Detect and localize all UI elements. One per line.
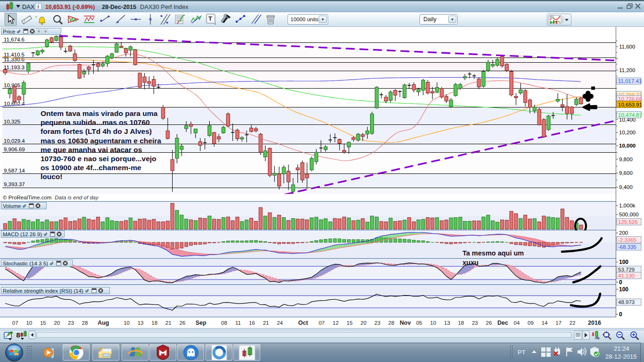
svg-text:53.729: 53.729 bbox=[618, 267, 635, 272]
svg-text:10,653.91 (-0.69%): 10,653.91 (-0.69%) bbox=[45, 4, 95, 10]
svg-text:9,400: 9,400 bbox=[619, 184, 633, 190]
svg-text:louco!: louco! bbox=[41, 173, 63, 181]
svg-text:Data is end of day: Data is end of day bbox=[55, 195, 99, 200]
svg-text:me que amanha vai atacar os: me que amanha vai atacar os bbox=[41, 146, 142, 154]
svg-text:11,200: 11,200 bbox=[619, 67, 635, 73]
svg-text:28-12-2015: 28-12-2015 bbox=[605, 353, 637, 360]
svg-text:Nov: Nov bbox=[400, 320, 411, 326]
svg-text:8: 8 bbox=[16, 332, 20, 340]
svg-text:11,674.6: 11,674.6 bbox=[4, 37, 25, 42]
svg-text:26: 26 bbox=[486, 320, 492, 326]
svg-text:10: 10 bbox=[26, 320, 32, 326]
svg-text:100: 100 bbox=[619, 259, 628, 265]
svg-text:07: 07 bbox=[12, 320, 18, 326]
svg-text:0: 0 bbox=[619, 311, 622, 318]
svg-text:Sep: Sep bbox=[196, 320, 206, 326]
svg-text:10,653.91: 10,653.91 bbox=[618, 102, 642, 107]
svg-text:28: 28 bbox=[82, 320, 88, 326]
svg-text:2016: 2016 bbox=[588, 320, 601, 326]
svg-text:DAX: DAX bbox=[22, 3, 35, 10]
svg-text:10: 10 bbox=[430, 320, 436, 326]
svg-text:pequena subida...mas os 10760: pequena subida...mas os 10760 bbox=[41, 118, 150, 126]
svg-text:12: 12 bbox=[333, 320, 339, 326]
svg-text:Dec: Dec bbox=[497, 320, 508, 326]
svg-text:Aug: Aug bbox=[98, 320, 109, 326]
svg-text:28-Dec-2015: 28-Dec-2015 bbox=[102, 4, 136, 10]
svg-text:16: 16 bbox=[249, 320, 255, 326]
svg-text:41.130: 41.130 bbox=[618, 273, 635, 279]
svg-text:13: 13 bbox=[138, 320, 144, 326]
svg-text:DAX30 Perf Index: DAX30 Perf Index bbox=[140, 3, 189, 10]
svg-text:os 10900 ate 4f...chamem-me: os 10900 ate 4f...chamem-me bbox=[41, 164, 141, 172]
svg-text:15: 15 bbox=[40, 320, 46, 326]
svg-text:9,587.14: 9,587.14 bbox=[4, 168, 25, 173]
svg-text:24: 24 bbox=[277, 320, 283, 326]
svg-text:foram fortes (LTd 4h do J Alve: foram fortes (LTd 4h do J Alves) bbox=[41, 127, 152, 135]
svg-text:11,600: 11,600 bbox=[619, 44, 635, 49]
svg-text:10,200: 10,200 bbox=[619, 130, 636, 135]
svg-text:10730-760 e nao sei porque...v: 10730-760 e nao sei porque...vejo bbox=[41, 155, 157, 163]
svg-text:04: 04 bbox=[514, 320, 520, 326]
svg-text:26: 26 bbox=[179, 320, 185, 326]
svg-text:21: 21 bbox=[165, 320, 172, 326]
svg-text:21:24: 21:24 bbox=[614, 345, 629, 352]
svg-text:23: 23 bbox=[68, 320, 74, 326]
svg-text:10,000: 10,000 bbox=[619, 143, 636, 148]
svg-text:22: 22 bbox=[570, 320, 576, 326]
svg-text:11: 11 bbox=[235, 320, 241, 326]
svg-text:15: 15 bbox=[347, 320, 353, 326]
svg-text:125,526: 125,526 bbox=[618, 219, 638, 225]
svg-text:07: 07 bbox=[319, 320, 325, 326]
svg-text:18: 18 bbox=[458, 320, 464, 326]
svg-text:Ta mesmo aqui um: Ta mesmo aqui um bbox=[462, 249, 524, 257]
svg-text:9,393.37: 9,393.37 bbox=[4, 181, 25, 187]
svg-text:": " bbox=[35, 16, 37, 20]
svg-text:xuxu: xuxu bbox=[462, 259, 479, 266]
svg-text:i: i bbox=[38, 4, 39, 9]
svg-text:48.973: 48.973 bbox=[618, 299, 635, 305]
svg-text:-68.335: -68.335 bbox=[618, 244, 636, 250]
svg-text:13: 13 bbox=[444, 320, 450, 326]
svg-text:100: 100 bbox=[619, 286, 628, 293]
svg-text:10,325: 10,325 bbox=[4, 119, 20, 124]
svg-text:09: 09 bbox=[528, 320, 534, 326]
svg-text:21: 21 bbox=[263, 320, 269, 326]
svg-text:10,029.4: 10,029.4 bbox=[4, 138, 25, 144]
svg-text:9,800: 9,800 bbox=[619, 156, 633, 162]
svg-text:14: 14 bbox=[542, 320, 548, 326]
svg-text:T: T bbox=[208, 15, 212, 22]
svg-text:© ProRealTime.com: © ProRealTime.com bbox=[3, 195, 51, 200]
svg-text:10: 10 bbox=[124, 320, 130, 326]
svg-text:20: 20 bbox=[54, 320, 60, 326]
svg-text:1,000k: 1,000k bbox=[619, 203, 636, 208]
svg-text:-2.3365: -2.3365 bbox=[618, 237, 636, 243]
svg-text:23: 23 bbox=[472, 320, 478, 326]
svg-text:08: 08 bbox=[221, 320, 227, 326]
svg-text:20: 20 bbox=[361, 320, 367, 326]
svg-text:0: 0 bbox=[619, 279, 622, 286]
svg-text:500,000: 500,000 bbox=[619, 212, 639, 217]
svg-text:9,906.69: 9,906.69 bbox=[4, 147, 25, 152]
svg-text:28: 28 bbox=[388, 320, 395, 326]
svg-text:10,474.87: 10,474.87 bbox=[618, 112, 642, 118]
svg-text:PT: PT bbox=[518, 349, 526, 356]
svg-text:200: 200 bbox=[619, 230, 628, 236]
svg-text:23: 23 bbox=[374, 320, 380, 326]
svg-text:9,600: 9,600 bbox=[619, 170, 633, 176]
svg-text:mas os 10630 aguentaram e chei: mas os 10630 aguentaram e cheira bbox=[41, 137, 161, 145]
svg-text:11,017.41: 11,017.41 bbox=[618, 78, 642, 84]
svg-text:05: 05 bbox=[416, 320, 422, 326]
svg-text:Ontem tava mais virado para um: Ontem tava mais virado para uma bbox=[41, 109, 157, 117]
svg-text:Oct: Oct bbox=[298, 320, 308, 326]
svg-text:18: 18 bbox=[151, 320, 157, 326]
svg-text:17: 17 bbox=[555, 320, 561, 326]
